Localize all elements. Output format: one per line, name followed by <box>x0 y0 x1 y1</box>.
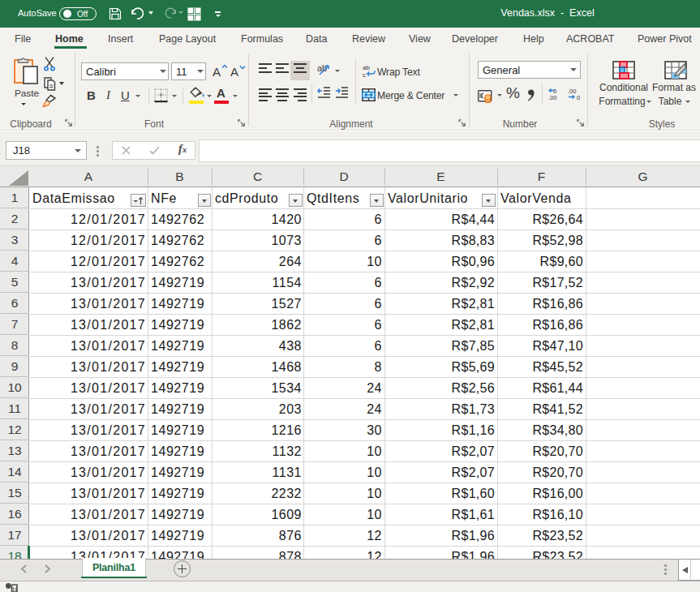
svg-text:.00: .00 <box>548 94 556 100</box>
svg-text:.00: .00 <box>568 88 576 95</box>
svg-text:0: 0 <box>577 94 580 100</box>
svg-text:c: c <box>363 71 366 77</box>
svg-text:ab: ab <box>363 64 370 71</box>
